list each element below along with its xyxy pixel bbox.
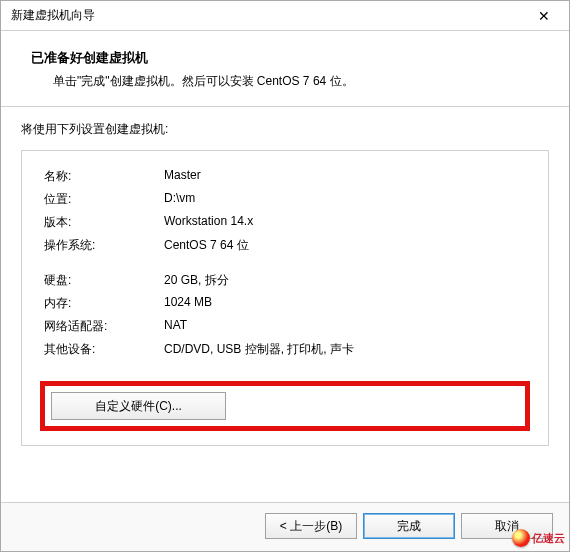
back-button[interactable]: < 上一步(B) <box>265 513 357 539</box>
header-subtitle: 单击"完成"创建虚拟机。然后可以安装 CentOS 7 64 位。 <box>31 73 539 90</box>
row-label: 其他设备: <box>40 338 160 361</box>
row-value: CentOS 7 64 位 <box>160 234 530 257</box>
cancel-button[interactable]: 取消 <box>461 513 553 539</box>
table-row: 版本: Workstation 14.x <box>40 211 530 234</box>
settings-label: 将使用下列设置创建虚拟机: <box>21 121 549 138</box>
table-row: 操作系统: CentOS 7 64 位 <box>40 234 530 257</box>
row-value: CD/DVD, USB 控制器, 打印机, 声卡 <box>160 338 530 361</box>
table-row: 位置: D:\vm <box>40 188 530 211</box>
row-value: NAT <box>160 315 530 338</box>
settings-panel: 名称: Master 位置: D:\vm 版本: Workstation 14.… <box>21 150 549 446</box>
close-button[interactable]: ✕ <box>523 2 565 30</box>
wizard-header: 已准备好创建虚拟机 单击"完成"创建虚拟机。然后可以安装 CentOS 7 64… <box>1 31 569 106</box>
settings-table: 名称: Master 位置: D:\vm 版本: Workstation 14.… <box>40 165 530 361</box>
table-row: 硬盘: 20 GB, 拆分 <box>40 269 530 292</box>
row-label: 硬盘: <box>40 269 160 292</box>
row-label: 内存: <box>40 292 160 315</box>
row-value: Master <box>160 165 530 188</box>
row-value: D:\vm <box>160 188 530 211</box>
table-row: 网络适配器: NAT <box>40 315 530 338</box>
window-title: 新建虚拟机向导 <box>11 7 95 24</box>
spacer <box>40 257 530 269</box>
close-icon: ✕ <box>538 8 550 24</box>
row-label: 名称: <box>40 165 160 188</box>
finish-button[interactable]: 完成 <box>363 513 455 539</box>
row-value: 20 GB, 拆分 <box>160 269 530 292</box>
wizard-window: 新建虚拟机向导 ✕ 已准备好创建虚拟机 单击"完成"创建虚拟机。然后可以安装 C… <box>0 0 570 552</box>
row-label: 位置: <box>40 188 160 211</box>
table-row: 内存: 1024 MB <box>40 292 530 315</box>
content-area: 将使用下列设置创建虚拟机: 名称: Master 位置: D:\vm 版本: W… <box>1 107 569 502</box>
row-value: Workstation 14.x <box>160 211 530 234</box>
row-value: 1024 MB <box>160 292 530 315</box>
custom-hardware-highlight: 自定义硬件(C)... <box>40 381 530 431</box>
customize-hardware-button[interactable]: 自定义硬件(C)... <box>51 392 226 420</box>
row-label: 网络适配器: <box>40 315 160 338</box>
wizard-footer: < 上一步(B) 完成 取消 <box>1 502 569 551</box>
titlebar: 新建虚拟机向导 ✕ <box>1 1 569 31</box>
table-row: 其他设备: CD/DVD, USB 控制器, 打印机, 声卡 <box>40 338 530 361</box>
row-label: 操作系统: <box>40 234 160 257</box>
table-row: 名称: Master <box>40 165 530 188</box>
row-label: 版本: <box>40 211 160 234</box>
header-title: 已准备好创建虚拟机 <box>31 49 539 67</box>
